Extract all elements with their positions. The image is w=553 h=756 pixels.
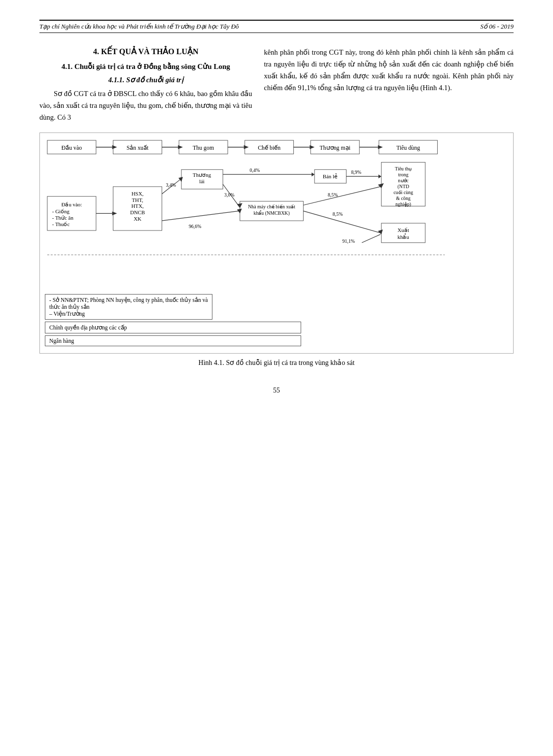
svg-text:8,5%: 8,5% bbox=[328, 192, 338, 197]
svg-text:3,4%: 3,4% bbox=[166, 182, 176, 188]
svg-text:cuối cùng: cuối cùng bbox=[393, 190, 413, 195]
svg-text:Tiêu dùng: Tiêu dùng bbox=[396, 144, 420, 151]
svg-text:nước: nước bbox=[398, 178, 409, 183]
svg-text:(NTD: (NTD bbox=[397, 184, 409, 190]
svg-text:DNCB: DNCB bbox=[130, 209, 145, 215]
svg-text:HSX,: HSX, bbox=[132, 191, 144, 197]
svg-text:Thương mại: Thương mại bbox=[319, 144, 350, 151]
page: Tạp chí Nghiên cứu khoa học và Phát triể… bbox=[0, 0, 553, 756]
svg-text:3,0%: 3,0% bbox=[224, 192, 235, 197]
svg-text:Bán lẻ: Bán lẻ bbox=[323, 173, 338, 179]
svg-text:Thương: Thương bbox=[193, 172, 211, 178]
svg-text:96,6%: 96,6% bbox=[189, 224, 202, 229]
header-right: Số 06 - 2019 bbox=[480, 23, 514, 31]
subsection41-title: 4.1. Chuỗi giá trị cá tra ở Đồng bằng sô… bbox=[39, 62, 252, 71]
svg-text:8,9%: 8,9% bbox=[351, 169, 361, 175]
support-box-3: Ngân hàng bbox=[45, 335, 301, 346]
content-columns: 4. KẾT QUẢ VÀ THẢO LUẬN 4.1. Chuỗi giá t… bbox=[39, 47, 514, 124]
svg-text:0,4%: 0,4% bbox=[250, 167, 260, 173]
svg-text:- Giống: - Giống bbox=[52, 208, 70, 214]
header-left: Tạp chí Nghiên cứu khoa học và Phát triể… bbox=[39, 23, 239, 31]
svg-marker-73 bbox=[379, 174, 381, 178]
support-box-1: - Sở NN&PTNT; Phòng NN huyện, công ty ph… bbox=[45, 294, 212, 320]
svg-text:- Thức ăn: - Thức ăn bbox=[52, 215, 74, 221]
svg-line-57 bbox=[162, 211, 239, 221]
body-text-left: Sơ đồ CGT cá tra ở ĐBSCL cho thấy có 6 k… bbox=[39, 88, 252, 124]
page-number: 55 bbox=[39, 387, 514, 394]
svg-text:Đầu vào: Đầu vào bbox=[62, 144, 82, 151]
svg-text:- Thuốc: - Thuốc bbox=[52, 221, 70, 227]
svg-text:nghiệp): nghiệp) bbox=[395, 201, 411, 207]
support-box-2: Chính quyền địa phương các cấp bbox=[45, 322, 301, 333]
svg-text:XK: XK bbox=[134, 216, 141, 222]
left-column: 4. KẾT QUẢ VÀ THẢO LUẬN 4.1. Chuỗi giá t… bbox=[39, 47, 252, 124]
svg-text:8,5%: 8,5% bbox=[333, 211, 343, 217]
svg-text:Thu gom: Thu gom bbox=[193, 144, 214, 151]
diagram-area: Đầu vào Sản xuất Thu gom Chế biến Thương… bbox=[39, 132, 514, 354]
section4-title: 4. KẾT QUẢ VÀ THẢO LUẬN bbox=[39, 47, 252, 56]
svg-text:HTX,: HTX, bbox=[131, 203, 143, 209]
svg-marker-61 bbox=[311, 172, 314, 176]
svg-text:Xuất: Xuất bbox=[398, 227, 409, 233]
svg-text:THT,: THT, bbox=[132, 197, 143, 202]
support-boxes: - Sở NN&PTNT; Phòng NN huyện, công ty ph… bbox=[45, 294, 508, 346]
flow-chart-svg: Đầu vào Sản xuất Thu gom Chế biến Thương… bbox=[45, 138, 508, 289]
svg-text:Chế biến: Chế biến bbox=[258, 144, 280, 151]
header-bar: Tạp chí Nghiên cứu khoa học và Phát triể… bbox=[39, 20, 514, 33]
svg-text:91,1%: 91,1% bbox=[343, 238, 355, 244]
svg-text:Đầu vào:: Đầu vào: bbox=[62, 201, 82, 207]
right-column: kênh phân phối trong CGT này, trong đó k… bbox=[264, 47, 514, 124]
diagram-caption: Hình 4.1. Sơ đồ chuỗi giá trị cá tra tro… bbox=[39, 359, 514, 367]
svg-text:& công: & công bbox=[396, 195, 411, 200]
svg-line-69 bbox=[303, 187, 380, 205]
svg-text:Nhà máy chế biến xuất: Nhà máy chế biến xuất bbox=[248, 204, 295, 209]
svg-text:Sản xuất: Sản xuất bbox=[127, 144, 149, 151]
svg-text:Tiêu thụ: Tiêu thụ bbox=[395, 166, 412, 171]
svg-text:khẩu (NMCBXK): khẩu (NMCBXK) bbox=[253, 210, 289, 216]
subsubsection411-title: 4.1.1. Sơ đồ chuỗi giá trị bbox=[39, 76, 252, 84]
svg-text:trong: trong bbox=[398, 172, 409, 177]
svg-text:lái: lái bbox=[199, 178, 205, 184]
body-text-right: kênh phân phối trong CGT này, trong đó k… bbox=[264, 47, 514, 94]
svg-text:khẩu: khẩu bbox=[398, 233, 410, 240]
svg-line-76 bbox=[362, 234, 380, 243]
